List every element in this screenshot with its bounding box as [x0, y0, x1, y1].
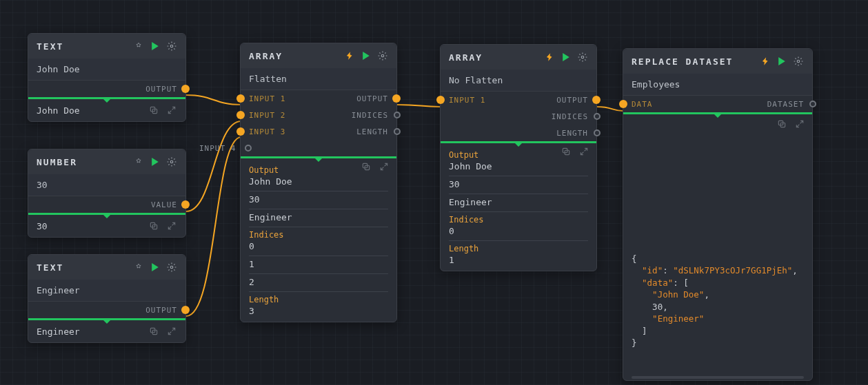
port-dot[interactable]: [809, 101, 816, 107]
length-value: 3: [249, 304, 388, 320]
port-dot[interactable]: [236, 94, 245, 103]
expand-icon[interactable]: [166, 105, 177, 116]
input-port-1[interactable]: INPUT 1 OUTPUT: [241, 90, 396, 107]
copy-icon[interactable]: [148, 326, 159, 337]
divider: [28, 318, 185, 320]
divider: [28, 97, 185, 99]
result-value: Engineer: [37, 326, 80, 337]
svg-point-12: [581, 56, 584, 59]
play-icon[interactable]: [150, 41, 161, 52]
value-port[interactable]: VALUE: [28, 196, 185, 213]
output-port[interactable]: OUTPUT: [28, 81, 185, 97]
gear-icon[interactable]: [166, 262, 177, 273]
gear-icon[interactable]: [377, 50, 388, 61]
node-title: REPLACE DATASET: [632, 56, 733, 67]
node-array-noflatten[interactable]: ARRAY No Flatten INPUT 1 OUTPUT INDICES …: [440, 44, 597, 271]
length-port[interactable]: LENGTH: [441, 125, 596, 141]
node-title: NUMBER: [37, 157, 77, 167]
node-header[interactable]: ARRAY: [241, 43, 396, 68]
port-dot[interactable]: [394, 112, 401, 118]
port-dot[interactable]: [181, 85, 190, 93]
node-title: ARRAY: [449, 52, 483, 63]
node-replace-dataset[interactable]: REPLACE DATASET Employees DATA DATASET {…: [623, 48, 813, 381]
pin-icon[interactable]: [760, 56, 771, 67]
port-dot[interactable]: [592, 96, 600, 104]
length-label: Length: [449, 244, 588, 253]
indices-value: 1: [249, 258, 388, 274]
port-dot[interactable]: [394, 128, 401, 135]
play-icon[interactable]: [776, 56, 787, 67]
gear-icon[interactable]: [577, 52, 588, 63]
copy-icon[interactable]: [361, 161, 372, 172]
output-value: Engineer: [449, 196, 588, 212]
port-dot[interactable]: [236, 127, 245, 136]
node-header[interactable]: REPLACE DATASET: [623, 49, 812, 74]
port-dot[interactable]: [181, 306, 190, 314]
node-header[interactable]: TEXT: [28, 255, 185, 280]
pin-icon[interactable]: [133, 156, 144, 167]
result-value: 30: [37, 221, 48, 231]
text-input-field[interactable]: Engineer: [28, 280, 185, 302]
play-icon[interactable]: [561, 52, 572, 63]
pin-icon[interactable]: [544, 52, 555, 63]
indices-label: Indices: [249, 230, 388, 240]
input-port-1[interactable]: INPUT 1 OUTPUT: [441, 92, 596, 108]
scrollbar[interactable]: [632, 376, 804, 379]
expand-icon[interactable]: [794, 118, 805, 129]
port-dot[interactable]: [619, 100, 627, 108]
port-dot[interactable]: [245, 145, 252, 152]
output-port[interactable]: OUTPUT: [28, 302, 185, 318]
node-text-2[interactable]: TEXT Engineer OUTPUT Engineer: [28, 254, 186, 343]
expand-icon[interactable]: [166, 326, 177, 337]
port-dot[interactable]: [181, 200, 190, 209]
indices-value: 0: [249, 240, 388, 256]
text-input-field[interactable]: John Doe: [28, 59, 185, 81]
input-port-2[interactable]: INPUT 2 INDICES: [241, 107, 396, 123]
svg-point-3: [170, 160, 173, 163]
node-header[interactable]: ARRAY: [441, 45, 596, 70]
gear-icon[interactable]: [166, 41, 177, 52]
copy-icon[interactable]: [148, 220, 159, 231]
node-number[interactable]: NUMBER 30 VALUE 30: [28, 149, 186, 238]
indices-port[interactable]: INDICES: [441, 108, 596, 125]
input-port-3[interactable]: INPUT 3 LENGTH: [241, 123, 396, 140]
copy-icon[interactable]: [148, 105, 159, 116]
node-header[interactable]: TEXT: [28, 34, 185, 59]
port-dot[interactable]: [392, 94, 401, 103]
input-port-4[interactable]: INPUT 4: [199, 140, 248, 156]
port-dot[interactable]: [236, 111, 245, 119]
svg-point-15: [797, 60, 800, 63]
pin-icon[interactable]: [133, 41, 144, 52]
port-dot[interactable]: [594, 113, 600, 120]
subtitle-field[interactable]: Employees: [623, 74, 812, 96]
output-value: John Doe: [249, 175, 388, 191]
mode-field[interactable]: Flatten: [241, 68, 396, 90]
svg-point-6: [170, 266, 173, 269]
port-dot[interactable]: [594, 129, 600, 136]
length-label: Length: [249, 295, 388, 304]
play-icon[interactable]: [150, 156, 161, 167]
output-block: Output John Doe 30 Engineer Indices 0 Le…: [441, 143, 596, 269]
mode-field[interactable]: No Flatten: [441, 70, 596, 92]
pin-icon[interactable]: [133, 262, 144, 273]
node-array-flatten[interactable]: ARRAY Flatten INPUT 1 OUTPUT INPUT 2 IND…: [240, 43, 397, 322]
expand-icon[interactable]: [166, 220, 177, 231]
play-icon[interactable]: [150, 262, 161, 273]
gear-icon[interactable]: [793, 56, 804, 67]
pin-icon[interactable]: [344, 50, 355, 61]
divider: [28, 213, 185, 215]
copy-icon[interactable]: [561, 146, 572, 157]
node-text-1[interactable]: TEXT John Doe OUTPUT John Doe: [28, 33, 186, 122]
expand-icon[interactable]: [379, 161, 390, 172]
copy-icon[interactable]: [776, 118, 787, 129]
svg-point-9: [381, 54, 384, 57]
node-header[interactable]: NUMBER: [28, 149, 185, 174]
number-input-field[interactable]: 30: [28, 174, 185, 196]
play-icon[interactable]: [361, 50, 372, 61]
gear-icon[interactable]: [166, 156, 177, 167]
node-title: ARRAY: [249, 51, 283, 61]
port-dot[interactable]: [436, 96, 445, 104]
expand-icon[interactable]: [578, 146, 589, 157]
data-port[interactable]: DATA DATASET: [623, 96, 812, 112]
node-title: TEXT: [37, 262, 63, 273]
